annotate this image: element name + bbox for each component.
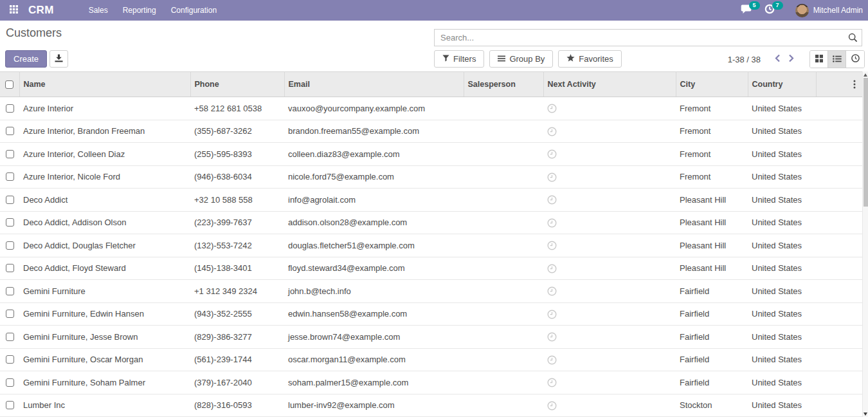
column-header-email[interactable]: Email: [284, 72, 464, 97]
row-checkbox[interactable]: [6, 150, 14, 158]
group-by-label: Group By: [509, 54, 545, 64]
table-row[interactable]: Gemini Furniture, Oscar Morgan (561)-239…: [0, 348, 862, 371]
table-row[interactable]: Deco Addict, Douglas Fletcher (132)-553-…: [0, 234, 862, 257]
group-by-button[interactable]: Group By: [489, 50, 553, 68]
table-row[interactable]: Azure Interior, Nicole Ford (946)-638-60…: [0, 165, 862, 189]
table-row[interactable]: Azure Interior, Colleen Diaz (255)-595-8…: [0, 143, 862, 166]
row-checkbox[interactable]: [6, 355, 14, 364]
select-all-checkbox[interactable]: [5, 80, 14, 89]
cell-next-activity: [543, 326, 676, 349]
nav-menu-configuration[interactable]: Configuration: [170, 5, 218, 16]
next-activity-clock-icon[interactable]: [547, 332, 557, 342]
row-checkbox[interactable]: [6, 172, 14, 181]
next-activity-clock-icon[interactable]: [547, 310, 557, 319]
filters-label: Filters: [453, 54, 476, 64]
cell-extra: [816, 143, 862, 166]
activity-view-button[interactable]: [846, 51, 864, 68]
user-menu-button[interactable]: Mitchell Admin: [795, 4, 863, 17]
action-buttons: Create: [5, 50, 68, 68]
nav-menu-reporting[interactable]: Reporting: [122, 5, 158, 16]
scrollbar-thumb[interactable]: [863, 78, 868, 207]
chevron-right-icon: [788, 54, 794, 64]
cell-salesperson: [464, 257, 543, 280]
cell-salesperson: [464, 348, 543, 371]
row-checkbox[interactable]: [6, 401, 14, 409]
filters-button[interactable]: Filters: [434, 50, 484, 68]
column-header-country[interactable]: Country: [748, 72, 816, 97]
table-row[interactable]: Gemini Furniture, Soham Palmer (379)-167…: [0, 371, 862, 394]
cell-phone: +1 312 349 2324: [190, 280, 284, 303]
pager-previous-button[interactable]: [771, 53, 784, 66]
column-header-phone[interactable]: Phone: [190, 72, 284, 97]
vertical-scrollbar[interactable]: [862, 71, 868, 417]
next-activity-clock-icon[interactable]: [547, 286, 557, 296]
table-row[interactable]: Gemini Furniture, Jesse Brown (829)-386-…: [0, 326, 862, 349]
cell-extra: [816, 97, 862, 120]
list-view-button[interactable]: [828, 51, 846, 68]
cell-name: Deco Addict, Addison Olson: [19, 211, 190, 234]
list-view-icon: [833, 53, 842, 65]
cell-extra: [816, 120, 862, 143]
customers-table: Name Phone Email Salesperson Next Activi…: [0, 71, 862, 417]
create-button[interactable]: Create: [5, 50, 47, 68]
next-activity-clock-icon[interactable]: [547, 149, 557, 159]
next-activity-clock-icon[interactable]: [547, 127, 557, 136]
cell-country: United States: [748, 143, 816, 166]
row-checkbox[interactable]: [6, 287, 14, 295]
magnifier-icon[interactable]: [848, 33, 858, 45]
column-header-next-activity[interactable]: Next Activity: [543, 72, 676, 97]
app-brand[interactable]: CRM: [28, 4, 54, 17]
cell-next-activity: [543, 189, 676, 212]
row-checkbox[interactable]: [6, 196, 14, 204]
table-row[interactable]: Azure Interior, Brandon Freeman (355)-68…: [0, 120, 862, 143]
cell-next-activity: [543, 257, 676, 280]
pager-range: 1-38 / 38: [728, 55, 761, 64]
row-checkbox[interactable]: [6, 218, 14, 227]
cell-phone: (145)-138-3401: [190, 257, 284, 280]
table-row[interactable]: Azure Interior +58 212 681 0538 vauxoo@y…: [0, 97, 862, 120]
export-button[interactable]: [50, 50, 68, 68]
cell-email: jesse.brown74@example.com: [284, 326, 464, 349]
table-row[interactable]: Deco Addict +32 10 588 558 info@agrolait…: [0, 189, 862, 212]
next-activity-clock-icon[interactable]: [547, 355, 557, 365]
row-checkbox[interactable]: [6, 333, 14, 341]
favorites-button[interactable]: Favorites: [558, 50, 621, 68]
column-header-extra: [816, 72, 862, 97]
column-header-city[interactable]: City: [676, 72, 748, 97]
next-activity-clock-icon[interactable]: [547, 264, 557, 273]
next-activity-clock-icon[interactable]: [547, 195, 557, 205]
column-header-name[interactable]: Name: [19, 72, 190, 97]
next-activity-clock-icon[interactable]: [547, 218, 557, 228]
row-checkbox[interactable]: [6, 241, 14, 250]
messages-count-badge: 5: [749, 1, 760, 10]
row-checkbox[interactable]: [6, 264, 14, 272]
pager-next-button[interactable]: [784, 53, 798, 66]
cell-email: john.b@tech.info: [284, 280, 464, 303]
row-checkbox[interactable]: [6, 310, 14, 318]
next-activity-clock-icon[interactable]: [547, 378, 557, 387]
table-row[interactable]: Deco Addict, Addison Olson (223)-399-763…: [0, 211, 862, 234]
cell-salesperson: [464, 120, 543, 143]
search-input[interactable]: [434, 29, 862, 46]
row-checkbox[interactable]: [6, 127, 14, 135]
table-row[interactable]: Deco Addict, Floyd Steward (145)-138-340…: [0, 257, 862, 280]
table-row[interactable]: Gemini Furniture +1 312 349 2324 john.b@…: [0, 280, 862, 303]
table-row[interactable]: Gemini Furniture, Edwin Hansen (943)-352…: [0, 302, 862, 326]
next-activity-clock-icon[interactable]: [547, 241, 557, 250]
kanban-view-button[interactable]: [810, 51, 828, 68]
row-checkbox[interactable]: [6, 378, 14, 387]
row-checkbox[interactable]: [6, 104, 14, 113]
next-activity-clock-icon[interactable]: [547, 172, 557, 182]
nav-menu-sales[interactable]: Sales: [87, 5, 109, 16]
messages-menu-button[interactable]: 5: [740, 4, 753, 17]
scrollbar-up-arrow-icon[interactable]: [863, 73, 867, 77]
apps-grid-icon: [10, 5, 18, 16]
activities-menu-button[interactable]: 7: [763, 4, 776, 17]
apps-menu-button[interactable]: [5, 0, 22, 21]
table-row[interactable]: Lumber Inc (828)-316-0593 lumber-inv92@e…: [0, 394, 862, 417]
column-header-salesperson[interactable]: Salesperson: [464, 72, 543, 97]
next-activity-clock-icon[interactable]: [547, 104, 557, 113]
next-activity-clock-icon[interactable]: [547, 401, 557, 411]
kebab-optional-columns-icon[interactable]: [853, 80, 856, 89]
scrollbar-down-arrow-icon[interactable]: [863, 412, 867, 416]
